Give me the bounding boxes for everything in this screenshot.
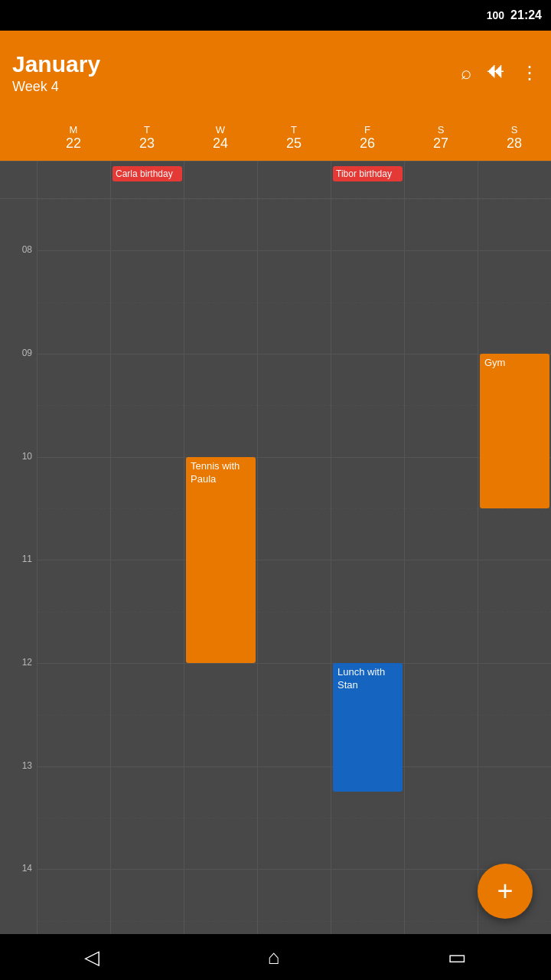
hour-line — [111, 302, 184, 303]
hour-line — [405, 612, 478, 612]
hour-line — [37, 714, 110, 715]
header-actions: ⌕ ⯬︎ ⋮ — [461, 62, 539, 83]
hour-line — [184, 921, 257, 922]
day-letter-sun: S — [511, 124, 518, 136]
days-header-row: M 22 T 23 W 24 T 25 F 26 S 27 S 28 — [0, 115, 551, 161]
hour-line — [111, 921, 184, 922]
day-num-28: 28 — [507, 136, 522, 152]
hour-line — [111, 560, 184, 560]
hour-line — [111, 818, 184, 818]
add-event-fab[interactable]: + — [478, 864, 533, 919]
hour-line — [405, 663, 478, 664]
hour-line — [37, 405, 110, 406]
event-gym[interactable]: Gym — [480, 354, 549, 508]
hour-line — [258, 354, 331, 354]
time-gutter-spacer — [0, 115, 37, 161]
hour-line — [331, 302, 404, 303]
grid-icon[interactable]: ⯬︎ — [487, 62, 505, 83]
hour-line — [111, 714, 184, 715]
hour-line — [331, 508, 404, 509]
hour-line — [478, 612, 551, 612]
hour-line — [478, 714, 551, 715]
hour-line — [478, 818, 551, 818]
day-letter-wed: W — [216, 124, 225, 136]
add-icon: + — [497, 877, 513, 905]
allday-cell-wed — [184, 162, 257, 198]
time-label-8: 08 — [0, 244, 37, 255]
hour-line — [405, 508, 478, 509]
hour-line — [258, 869, 331, 870]
day-num-23: 23 — [139, 136, 155, 152]
event-lunch-stan[interactable]: Lunch with Stan — [333, 663, 403, 792]
hour-line — [331, 818, 404, 818]
day-column-6: Gym — [478, 199, 551, 972]
hour-line — [111, 250, 184, 251]
day-num-24: 24 — [213, 136, 228, 152]
hour-line — [184, 663, 257, 664]
hour-line — [478, 560, 551, 560]
time-label-14: 14 — [0, 863, 37, 874]
hour-line — [405, 714, 478, 715]
back-button[interactable]: ◁ — [84, 946, 99, 969]
event-carla-birthday[interactable]: Carla birthday — [112, 166, 182, 181]
hour-line — [258, 250, 331, 251]
hour-line — [184, 818, 257, 818]
clock: 21:24 — [510, 8, 542, 22]
day-column-1 — [110, 199, 184, 972]
day-header-tue: T 23 — [110, 115, 184, 161]
hour-line — [111, 354, 184, 354]
hour-line — [184, 250, 257, 251]
hour-line — [184, 199, 257, 200]
time-label-12: 12 — [0, 657, 37, 668]
event-tibor-birthday[interactable]: Tibor birthday — [333, 166, 403, 181]
hour-line — [478, 250, 551, 251]
hour-line — [37, 508, 110, 509]
hour-line — [111, 869, 184, 870]
month-title: January — [12, 51, 461, 77]
day-letter-thu: T — [291, 124, 297, 136]
hour-line — [331, 560, 404, 560]
hour-line — [478, 921, 551, 922]
day-column-3 — [257, 199, 331, 972]
event-tennis-paula[interactable]: Tennis with Paula — [186, 457, 256, 663]
allday-gutter — [0, 162, 37, 198]
home-button[interactable]: ⌂ — [268, 946, 280, 969]
hour-line — [111, 612, 184, 612]
hour-line — [258, 405, 331, 406]
hour-line — [258, 714, 331, 715]
hour-line — [184, 302, 257, 303]
hour-line — [37, 250, 110, 251]
bottom-navigation: ◁ ⌂ ▭ — [0, 934, 551, 980]
allday-cell-fri[interactable]: Tibor birthday — [331, 162, 404, 198]
search-icon[interactable]: ⌕ — [461, 62, 471, 83]
day-letter-tue: T — [144, 124, 150, 136]
day-num-25: 25 — [286, 136, 302, 152]
hour-line — [331, 250, 404, 251]
day-letter-sat: S — [438, 124, 445, 136]
allday-cell-tue[interactable]: Carla birthday — [110, 162, 184, 198]
hour-line — [258, 457, 331, 458]
time-column: 08091011121314 — [0, 199, 37, 972]
day-column-2: Tennis with Paula — [184, 199, 257, 972]
status-bar: 100 21:24 — [0, 0, 551, 31]
hour-line — [37, 457, 110, 458]
hour-line — [258, 560, 331, 560]
header-title-block: January Week 4 — [12, 51, 461, 95]
day-column-4: Lunch with Stan — [331, 199, 404, 972]
battery-indicator: 100 — [487, 9, 504, 21]
day-num-27: 27 — [433, 136, 448, 152]
more-options-icon[interactable]: ⋮ — [520, 62, 539, 83]
hour-line — [258, 663, 331, 664]
hour-line — [37, 766, 110, 767]
hour-line — [37, 818, 110, 818]
hour-line — [405, 766, 478, 767]
hour-line — [331, 869, 404, 870]
grid-columns: Tennis with PaulaLunch with StanGym — [37, 199, 551, 972]
hour-line — [405, 354, 478, 354]
hour-line — [331, 612, 404, 612]
recents-button[interactable]: ▭ — [448, 946, 467, 969]
hour-line — [184, 405, 257, 406]
hour-line — [331, 405, 404, 406]
hour-line — [111, 405, 184, 406]
allday-cell-sun — [478, 162, 551, 198]
